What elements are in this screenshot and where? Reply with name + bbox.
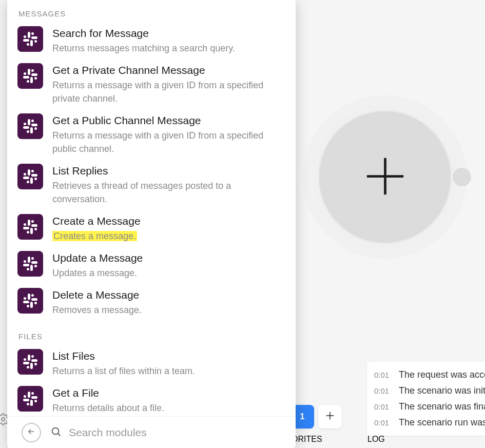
module-description: Removes a message. [52,303,282,317]
svg-line-7 [58,434,60,436]
module-text: Search for MessageReturns messages match… [52,26,282,55]
slack-icon [17,349,43,375]
module-description: Returns messages matching a search query… [52,42,282,55]
svg-point-6 [52,427,59,434]
log-text: The request was acce [399,367,485,382]
module-description: Updates a message. [52,266,282,280]
footer-tab-favorites[interactable]: ORITES [292,435,322,444]
log-time: 0:01 [374,399,392,415]
log-time: 0:01 [374,367,392,383]
module-item[interactable]: Create a MessageCreates a message. [7,210,296,247]
module-item[interactable]: Delete a MessageRemoves a message. [7,284,296,321]
module-picker-footer [7,416,296,448]
search-icon [50,426,62,439]
module-text: List RepliesRetrieves a thread of messag… [52,164,282,206]
module-description: Returns a message with a given ID from a… [52,129,282,155]
module-item[interactable]: Update a MessageUpdates a message. [7,247,296,284]
back-button[interactable] [22,423,41,442]
module-item[interactable]: Get a FileReturns details about a file. [7,382,296,416]
search-input[interactable] [69,426,286,439]
tile-label: 1 [300,412,305,421]
slack-icon [17,251,43,277]
module-description: Returns a list of files within a team. [52,364,282,378]
module-text: Get a Private Channel MessageReturns a m… [52,63,282,105]
module-title: List Files [52,349,282,363]
log-time: 0:01 [374,415,392,431]
module-description: Returns details about a file. [52,401,282,415]
section-header: FILES [7,321,296,345]
module-text: Create a MessageCreates a message. [52,214,282,243]
log-panel: 0:01 The request was acce 0:01 The scena… [367,362,485,436]
module-item[interactable]: Get a Public Channel MessageReturns a me… [7,109,296,160]
module-description: Retrieves a thread of messages posted to… [52,179,282,206]
tool-tile-add[interactable] [318,405,342,428]
svg-point-4 [2,418,5,421]
log-time: 0:01 [374,383,392,399]
module-title: Create a Message [52,214,282,228]
slack-icon [17,26,43,52]
log-row[interactable]: 0:01 The request was acce [374,367,482,383]
log-row[interactable]: 0:01 The scenario was initi [374,383,482,399]
module-item[interactable]: Search for MessageReturns messages match… [7,22,296,59]
add-module-node[interactable] [303,95,467,259]
log-row[interactable]: 0:01 The scenario was fina [374,399,482,415]
module-title: Get a File [52,386,282,400]
module-picker-scroll[interactable]: MESSAGESSearch for MessageReturns messag… [7,0,296,416]
slack-icon [17,113,43,139]
log-text: The scenario was fina [399,399,485,414]
module-title: Get a Private Channel Message [52,63,282,77]
log-row[interactable]: 0:01 The scenario run was [374,415,482,431]
module-title: Delete a Message [52,288,282,302]
module-text: Get a Public Channel MessageReturns a me… [52,113,282,155]
canvas-background: 0:01 The request was acce 0:01 The scena… [0,0,485,448]
module-item[interactable]: List FilesReturns a list of files within… [7,345,296,382]
slack-icon [17,288,43,314]
module-description: Creates a message. [52,229,282,243]
module-picker-panel: MESSAGESSearch for MessageReturns messag… [7,0,296,448]
module-title: Update a Message [52,251,282,265]
slack-icon [17,214,43,240]
slack-icon [17,63,43,89]
module-title: Search for Message [52,26,282,41]
module-item[interactable]: Get a Private Channel MessageReturns a m… [7,59,296,109]
footer-tab-log[interactable]: LOG [367,435,385,444]
module-text: Update a MessageUpdates a message. [52,251,282,280]
module-item[interactable]: List RepliesRetrieves a thread of messag… [7,160,296,210]
log-text: The scenario run was [399,415,485,430]
arrow-left-icon [27,427,36,438]
add-module-circle[interactable] [318,110,452,244]
plus-icon [324,410,336,423]
slack-icon [17,164,43,189]
plus-icon [361,152,410,203]
module-title: Get a Public Channel Message [52,113,282,128]
module-title: List Replies [52,164,282,178]
module-description: Returns a message with a given ID from a… [52,79,282,105]
module-text: Get a FileReturns details about a file. [52,386,282,415]
node-connector-right[interactable] [453,168,471,186]
module-text: Delete a MessageRemoves a message. [52,288,282,317]
module-text: List FilesReturns a list of files within… [52,349,282,378]
search-wrap [50,426,286,439]
section-header: MESSAGES [7,0,296,22]
log-text: The scenario was initi [399,383,485,398]
slack-icon [17,386,43,412]
